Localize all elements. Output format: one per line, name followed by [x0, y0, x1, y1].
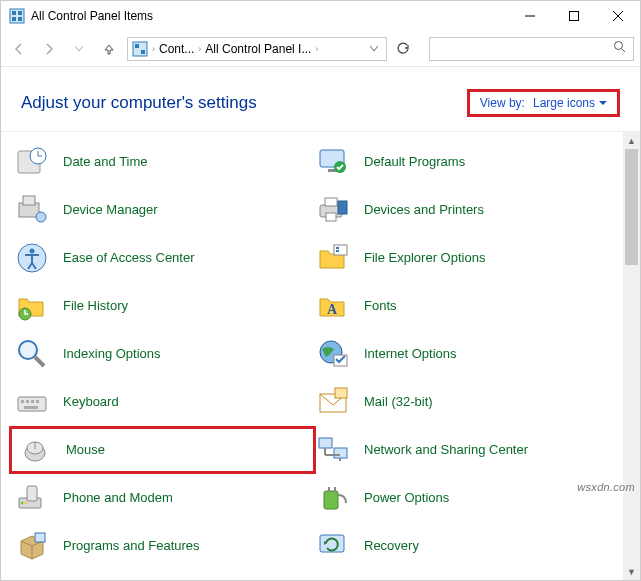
- svg-rect-50: [319, 438, 332, 448]
- svg-line-13: [622, 49, 626, 53]
- chevron-right-icon: ›: [152, 44, 155, 54]
- item-label: Fonts: [364, 299, 397, 314]
- item-file-explorer-options[interactable]: File Explorer Options: [316, 234, 617, 282]
- item-ease-of-access[interactable]: Ease of Access Center: [15, 234, 316, 282]
- page-title: Adjust your computer's settings: [21, 93, 467, 113]
- breadcrumb-segment[interactable]: Cont...: [159, 42, 194, 56]
- item-mouse-highlight[interactable]: Mouse: [9, 426, 316, 474]
- svg-point-57: [21, 502, 24, 505]
- item-label: Keyboard: [63, 395, 119, 410]
- item-label: Device Manager: [63, 203, 158, 218]
- item-label: Recovery: [364, 539, 419, 554]
- clock-icon: [15, 145, 49, 179]
- item-label: Indexing Options: [63, 347, 161, 362]
- maximize-button[interactable]: [552, 1, 596, 31]
- printer-icon: [316, 193, 350, 227]
- svg-rect-62: [35, 533, 45, 542]
- svg-rect-3: [12, 17, 16, 21]
- box-icon: [15, 529, 49, 563]
- svg-rect-1: [12, 11, 16, 15]
- control-panel-icon: [9, 8, 25, 24]
- svg-rect-32: [336, 250, 339, 252]
- back-button[interactable]: [7, 37, 31, 61]
- scroll-up-icon[interactable]: ▲: [627, 132, 636, 149]
- svg-rect-43: [36, 400, 39, 403]
- svg-rect-42: [31, 400, 34, 403]
- keyboard-icon: [15, 385, 49, 419]
- titlebar: All Control Panel Items: [1, 1, 640, 31]
- view-by-value: Large icons: [533, 96, 595, 110]
- svg-rect-40: [21, 400, 24, 403]
- item-label: Phone and Modem: [63, 491, 173, 506]
- item-recovery[interactable]: Recovery: [316, 522, 617, 570]
- up-button[interactable]: [97, 37, 121, 61]
- item-label: Internet Options: [364, 347, 457, 362]
- svg-rect-56: [27, 486, 37, 501]
- item-label: File History: [63, 299, 128, 314]
- item-file-history[interactable]: File History: [15, 282, 316, 330]
- close-button[interactable]: [596, 1, 640, 31]
- item-power-options[interactable]: Power Options: [316, 474, 617, 522]
- item-label: Devices and Printers: [364, 203, 484, 218]
- svg-rect-60: [328, 487, 330, 492]
- item-label: Ease of Access Center: [63, 251, 195, 266]
- svg-rect-44: [24, 406, 38, 409]
- view-by-highlight: View by: Large icons: [467, 89, 620, 117]
- item-programs-and-features[interactable]: Programs and Features: [15, 522, 316, 570]
- refresh-button[interactable]: [391, 37, 415, 61]
- breadcrumb-segment[interactable]: All Control Panel I...: [205, 42, 311, 56]
- folder-options-icon: [316, 241, 350, 275]
- item-keyboard[interactable]: Keyboard: [15, 378, 316, 426]
- minimize-button[interactable]: [508, 1, 552, 31]
- svg-rect-41: [26, 400, 29, 403]
- item-label: Power Options: [364, 491, 449, 506]
- item-devices-and-printers[interactable]: Devices and Printers: [316, 186, 617, 234]
- svg-rect-2: [18, 11, 22, 15]
- monitor-check-icon: [316, 145, 350, 179]
- svg-rect-46: [335, 388, 347, 398]
- phone-modem-icon: [15, 481, 49, 515]
- address-bar[interactable]: › Cont... › All Control Panel I... ›: [127, 37, 387, 61]
- chevron-right-icon: ›: [315, 44, 318, 54]
- control-panel-icon: [132, 41, 148, 57]
- item-device-manager[interactable]: Device Manager: [15, 186, 316, 234]
- content-area: Date and Time Default Programs Device Ma…: [1, 131, 640, 580]
- item-internet-options[interactable]: Internet Options: [316, 330, 617, 378]
- globe-icon: [316, 337, 350, 371]
- mouse-icon: [18, 433, 52, 467]
- chevron-down-icon: [599, 101, 607, 106]
- recent-dropdown[interactable]: [67, 37, 91, 61]
- svg-rect-4: [18, 17, 22, 21]
- item-date-and-time[interactable]: Date and Time: [15, 138, 316, 186]
- item-label: Programs and Features: [63, 539, 200, 554]
- item-phone-and-modem[interactable]: Phone and Modem: [15, 474, 316, 522]
- scroll-thumb[interactable]: [625, 149, 638, 265]
- svg-rect-31: [336, 247, 339, 249]
- network-icon: [316, 433, 350, 467]
- forward-button[interactable]: [37, 37, 61, 61]
- chevron-right-icon: ›: [198, 44, 201, 54]
- search-icon: [613, 40, 627, 57]
- item-indexing-options[interactable]: Indexing Options: [15, 330, 316, 378]
- svg-rect-59: [324, 491, 338, 509]
- item-mail[interactable]: Mail (32-bit): [316, 378, 617, 426]
- svg-point-23: [36, 212, 46, 222]
- view-by-selector[interactable]: Large icons: [533, 96, 607, 110]
- power-icon: [316, 481, 350, 515]
- item-default-programs[interactable]: Default Programs: [316, 138, 617, 186]
- svg-rect-30: [334, 245, 347, 255]
- search-input[interactable]: [429, 37, 634, 61]
- vertical-scrollbar[interactable]: ▲ ▼: [623, 132, 640, 580]
- hardware-icon: [15, 193, 49, 227]
- scroll-track[interactable]: [623, 149, 640, 563]
- address-dropdown-icon[interactable]: [366, 46, 382, 52]
- scroll-down-icon[interactable]: ▼: [627, 563, 636, 580]
- item-network-sharing[interactable]: Network and Sharing Center: [316, 426, 617, 474]
- svg-rect-51: [334, 448, 347, 458]
- svg-rect-27: [338, 201, 347, 214]
- fonts-icon: A: [316, 289, 350, 323]
- item-fonts[interactable]: A Fonts: [316, 282, 617, 330]
- recovery-icon: [316, 529, 350, 563]
- nav-toolbar: › Cont... › All Control Panel I... ›: [1, 31, 640, 67]
- svg-text:A: A: [327, 302, 338, 317]
